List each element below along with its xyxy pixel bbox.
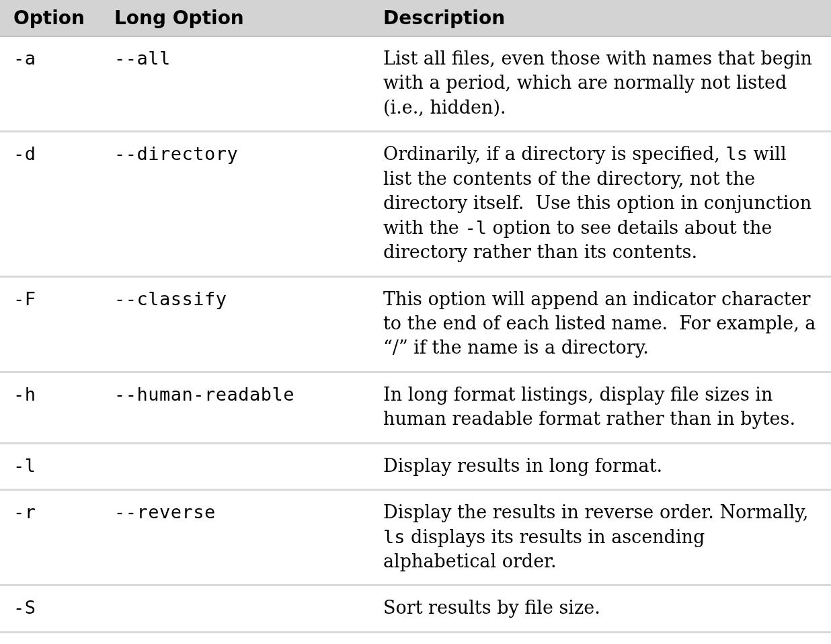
cell-option-short: -F xyxy=(0,276,101,372)
col-header-option: Option xyxy=(0,0,101,36)
cell-option-long xyxy=(101,443,370,489)
cell-description: Display results in long format. xyxy=(370,443,831,489)
cell-option-short: -r xyxy=(0,490,101,586)
table-row: -a--allList all files, even those with n… xyxy=(0,36,831,132)
table-row: -r--reverseDisplay the results in revers… xyxy=(0,490,831,586)
table-head: Option Long Option Description xyxy=(0,0,831,36)
table-row: -tSort by modification time. xyxy=(0,632,831,644)
table-row: -SSort results by file size. xyxy=(0,586,831,632)
col-header-description: Description xyxy=(370,0,831,36)
cell-option-long: --reverse xyxy=(101,490,370,586)
table-row: -d--directoryOrdinarily, if a directory … xyxy=(0,132,831,276)
options-table: Option Long Option Description -a--allLi… xyxy=(0,0,831,644)
cell-description: In long format listings, display file si… xyxy=(370,372,831,443)
cell-description: List all files, even those with names th… xyxy=(370,36,831,132)
cell-description: Ordinarily, if a directory is specified,… xyxy=(370,132,831,276)
cell-description: Display the results in reverse order. No… xyxy=(370,490,831,586)
cell-option-long xyxy=(101,632,370,644)
cell-description: Sort by modification time. xyxy=(370,632,831,644)
cell-option-short: -h xyxy=(0,372,101,443)
cell-option-long: --all xyxy=(101,36,370,132)
cell-option-short: -t xyxy=(0,632,101,644)
cell-option-long: --directory xyxy=(101,132,370,276)
cell-option-short: -S xyxy=(0,586,101,632)
cell-option-long xyxy=(101,586,370,632)
table-body: -a--allList all files, even those with n… xyxy=(0,36,831,644)
cell-option-short: -a xyxy=(0,36,101,132)
table-row: -F--classifyThis option will append an i… xyxy=(0,276,831,372)
page: Option Long Option Description -a--allLi… xyxy=(0,0,831,644)
cell-option-short: -d xyxy=(0,132,101,276)
table-row: -lDisplay results in long format. xyxy=(0,443,831,489)
table-row: -h--human-readableIn long format listing… xyxy=(0,372,831,443)
cell-description: This option will append an indicator cha… xyxy=(370,276,831,372)
cell-option-long: --human-readable xyxy=(101,372,370,443)
cell-description: Sort results by file size. xyxy=(370,586,831,632)
cell-option-short: -l xyxy=(0,443,101,489)
col-header-long-option: Long Option xyxy=(101,0,370,36)
cell-option-long: --classify xyxy=(101,276,370,372)
